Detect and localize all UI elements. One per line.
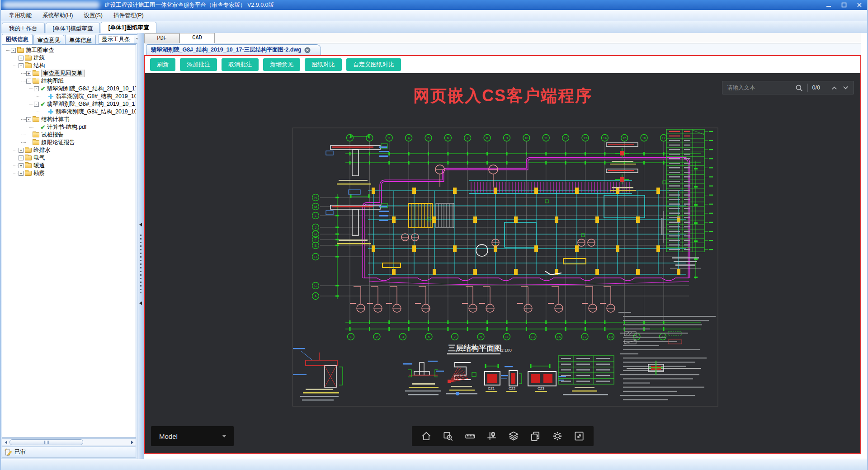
tree-item[interactable]: -✔翡翠湖别院_G8#_结构_2019_10_17-三 [3, 100, 136, 108]
home-icon[interactable] [420, 429, 433, 443]
sidebar-horizontal-scrollbar[interactable] [2, 438, 136, 446]
ruler-icon[interactable] [463, 429, 477, 443]
tree-item-label[interactable]: 暖通 [33, 162, 45, 169]
next-match-icon[interactable] [842, 85, 849, 91]
tree-item[interactable]: +试桩报告 [3, 131, 136, 139]
tree-item[interactable]: +翡翠湖别院_G8#_结构_2019_10_1 [3, 108, 136, 116]
tree-item-label[interactable]: 翡翠湖别院_G8#_结构_2019_10_1 [56, 93, 136, 100]
tree-expander-icon[interactable]: - [26, 79, 31, 84]
collapse-arrow-icon[interactable] [139, 301, 142, 305]
tree-item-label[interactable]: 超限论证报告 [41, 139, 75, 146]
tree-item-label[interactable]: 翡翠湖别院_G8#_结构_2019_10_1 [56, 108, 136, 116]
layers-icon[interactable] [507, 429, 520, 443]
tree-item[interactable]: +翡翠湖别院_G8#_结构_2019_10_1 [3, 93, 136, 100]
cad-toolbar-button[interactable]: 图纸对比 [305, 58, 342, 71]
tree-expander-icon[interactable]: - [11, 48, 16, 53]
cad-canvas[interactable]: 网页嵌入CS客户端程序 请输入文本 0/0 [145, 73, 860, 453]
settings-icon[interactable] [551, 429, 564, 443]
scrollbar-thumb[interactable] [9, 439, 83, 445]
collapse-arrow-icon[interactable] [139, 223, 142, 226]
tree-item-label[interactable]: 施工图审查 [26, 47, 54, 54]
section-markers [350, 165, 615, 312]
cad-toolbar-button[interactable]: 自定义图纸对比 [346, 58, 401, 71]
coordinates-icon[interactable] [485, 429, 499, 443]
minimize-button[interactable] [821, 0, 836, 10]
tree-item[interactable]: +超限论证报告 [3, 139, 136, 146]
fullscreen-icon[interactable] [572, 429, 586, 443]
sidebar-tab[interactable]: 图纸信息 [2, 34, 33, 44]
tree-expander-icon[interactable]: + [19, 148, 24, 153]
tree-item-label[interactable]: 计算书-结构.pdf [47, 123, 87, 131]
tree-item-label[interactable]: 结构计算书 [41, 116, 70, 123]
bottom-grid-bubbles: 12357911131517192123 [348, 334, 666, 340]
drawing-file-tab[interactable]: 翡翠湖别院_G8#_结构_2019_10_17-三层结构平面图-2.dwg [146, 44, 321, 55]
toolbar-visibility-dropdown[interactable]: 显示工具条 [99, 34, 142, 44]
tree-item[interactable]: -结构图纸 [3, 77, 136, 85]
tree-item[interactable]: -结构计算书 [3, 116, 136, 123]
folder-icon [33, 79, 39, 84]
tree-item-label[interactable]: 审查意见回复单 [41, 70, 85, 77]
tree-item[interactable]: +勘察 [3, 169, 136, 177]
tree-expander-icon[interactable]: - [26, 117, 31, 122]
tree-expander-icon[interactable]: - [34, 86, 39, 91]
cad-drawing[interactable]: 1234567891011121314151617 NMLJHFEDCA 123… [292, 127, 718, 407]
tree-item[interactable]: +给排水 [3, 146, 136, 154]
tree-expander-icon[interactable]: - [34, 102, 39, 107]
splitter-grip[interactable] [140, 235, 142, 293]
cad-toolbar-button[interactable]: 添加批注 [180, 58, 217, 71]
tree-item-label[interactable]: 翡翠湖别院_G8#_结构_2019_10_17-三 [47, 85, 136, 93]
menu-item-3[interactable]: 设置(S) [78, 10, 108, 21]
panel-splitter[interactable] [137, 33, 144, 459]
tree-item[interactable]: +✔计算书-结构.pdf [3, 123, 136, 131]
format-tab-pdf[interactable]: PDF [144, 33, 179, 43]
scroll-right-arrow-icon[interactable] [128, 439, 136, 446]
sidebar-tab[interactable]: 单体信息 [65, 35, 96, 44]
close-tab-icon[interactable] [304, 47, 311, 53]
tree-expander-icon[interactable]: + [26, 71, 31, 76]
tree-expander-icon[interactable]: + [19, 155, 24, 160]
scrollbar-track[interactable] [9, 439, 128, 446]
search-icon[interactable] [795, 84, 803, 92]
tree-item[interactable]: -施工图审查 [3, 47, 136, 54]
cad-toolbar-button[interactable]: 新增意见 [263, 58, 300, 71]
tree-item-label[interactable]: 结构 [33, 62, 45, 70]
tree-item-label[interactable]: 电气 [33, 154, 45, 162]
tree-expander-icon[interactable]: - [19, 63, 24, 68]
tree-expander-icon[interactable]: + [19, 56, 24, 61]
sheets-icon[interactable] [528, 429, 542, 443]
tree-item-label[interactable]: 翡翠湖别院_G8#_结构_2019_10_17-三 [47, 100, 136, 108]
tree-item-label[interactable]: 结构图纸 [41, 77, 64, 85]
cad-toolbar-button[interactable]: 刷新 [150, 58, 175, 71]
tree-item[interactable]: +暖通 [3, 162, 136, 169]
tree-item[interactable]: -结构 [3, 62, 136, 70]
main-tab[interactable]: [单体1]图纸审查 [101, 22, 156, 33]
menu-item-4[interactable]: 插件管理(P) [108, 10, 149, 21]
model-selector-label: Model [159, 432, 178, 440]
tree-item[interactable]: +电气 [3, 154, 136, 162]
maximize-button[interactable] [836, 0, 852, 10]
tree-expander-icon[interactable]: + [19, 163, 24, 168]
search-input[interactable]: 请输入文本 [727, 84, 795, 92]
layout-model-selector[interactable]: Model [151, 426, 234, 446]
folder-icon [25, 171, 32, 176]
zoom-window-icon[interactable] [441, 429, 455, 443]
tree-item[interactable]: -✔翡翠湖别院_G8#_结构_2019_10_17-三 [3, 85, 136, 93]
scroll-left-arrow-icon[interactable] [2, 439, 9, 446]
tree-item[interactable]: +审查意见回复单 [3, 70, 136, 77]
close-button[interactable] [852, 0, 867, 10]
tree-item-label[interactable]: 试桩报告 [41, 131, 64, 139]
menu-item-2[interactable]: 系统帮助(H) [37, 10, 78, 21]
tree-item-label[interactable]: 勘察 [33, 169, 45, 177]
main-tab[interactable]: [单体1]模型审查 [46, 23, 100, 33]
format-tab-cad[interactable]: CAD [179, 33, 215, 43]
cad-toolbar-button[interactable]: 取消批注 [222, 58, 259, 71]
main-tab[interactable]: 我的工作台 [2, 23, 45, 33]
previous-match-icon[interactable] [831, 85, 838, 91]
tree-item-label[interactable]: 给排水 [33, 146, 51, 154]
tree-item-label[interactable]: 建筑 [33, 54, 45, 62]
tree-expander-icon[interactable]: + [19, 171, 24, 176]
menu-item-1[interactable]: 常用功能 [4, 10, 37, 21]
tree-item[interactable]: +建筑 [3, 54, 136, 62]
sidebar-tab[interactable]: 审查意见 [33, 35, 64, 44]
text-search-bar[interactable]: 请输入文本 0/0 [722, 81, 854, 94]
